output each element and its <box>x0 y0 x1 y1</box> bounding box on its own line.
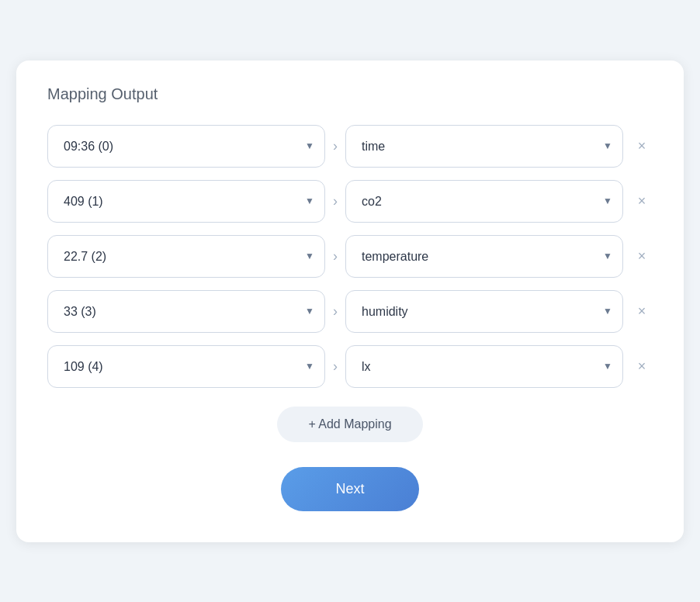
source-select-4[interactable]: 09:36 (0)409 (1)22.7 (2)33 (3)109 (4) <box>47 345 325 388</box>
target-select-wrapper-1: timeco2temperaturehumiditylx▼ <box>345 180 623 223</box>
source-select-wrapper-4: 09:36 (0)409 (1)22.7 (2)33 (3)109 (4)▼ <box>47 345 325 388</box>
arrow-icon: › <box>333 358 338 375</box>
page-title: Mapping Output <box>47 85 653 103</box>
mapping-output-container: Mapping Output 09:36 (0)409 (1)22.7 (2)3… <box>16 61 684 542</box>
source-select-wrapper-1: 09:36 (0)409 (1)22.7 (2)33 (3)109 (4)▼ <box>47 180 325 223</box>
target-select-1[interactable]: timeco2temperaturehumiditylx <box>345 180 623 223</box>
remove-mapping-button-4[interactable]: × <box>631 355 653 378</box>
source-select-wrapper-0: 09:36 (0)409 (1)22.7 (2)33 (3)109 (4)▼ <box>47 125 325 168</box>
arrow-icon: › <box>333 303 338 320</box>
source-select-2[interactable]: 09:36 (0)409 (1)22.7 (2)33 (3)109 (4) <box>47 235 325 278</box>
target-select-wrapper-3: timeco2temperaturehumiditylx▼ <box>345 290 623 333</box>
mapping-row: 09:36 (0)409 (1)22.7 (2)33 (3)109 (4)▼›t… <box>47 125 653 168</box>
add-mapping-button[interactable]: + Add Mapping <box>277 407 422 442</box>
mapping-row: 09:36 (0)409 (1)22.7 (2)33 (3)109 (4)▼›t… <box>47 235 653 278</box>
remove-mapping-button-2[interactable]: × <box>631 245 653 268</box>
target-select-wrapper-4: timeco2temperaturehumiditylx▼ <box>345 345 623 388</box>
source-select-0[interactable]: 09:36 (0)409 (1)22.7 (2)33 (3)109 (4) <box>47 125 325 168</box>
arrow-icon: › <box>333 193 338 209</box>
remove-mapping-button-1[interactable]: × <box>631 190 653 213</box>
source-select-wrapper-2: 09:36 (0)409 (1)22.7 (2)33 (3)109 (4)▼ <box>47 235 325 278</box>
arrow-icon: › <box>333 138 338 154</box>
target-select-0[interactable]: timeco2temperaturehumiditylx <box>345 125 623 168</box>
target-select-wrapper-0: timeco2temperaturehumiditylx▼ <box>345 125 623 168</box>
mappings-list: 09:36 (0)409 (1)22.7 (2)33 (3)109 (4)▼›t… <box>47 125 653 388</box>
remove-mapping-button-0[interactable]: × <box>631 135 653 157</box>
mapping-row: 09:36 (0)409 (1)22.7 (2)33 (3)109 (4)▼›t… <box>47 345 653 388</box>
source-select-1[interactable]: 09:36 (0)409 (1)22.7 (2)33 (3)109 (4) <box>47 180 325 223</box>
mapping-row: 09:36 (0)409 (1)22.7 (2)33 (3)109 (4)▼›t… <box>47 180 653 223</box>
next-button[interactable]: Next <box>281 467 418 511</box>
target-select-4[interactable]: timeco2temperaturehumiditylx <box>345 345 623 388</box>
target-select-3[interactable]: timeco2temperaturehumiditylx <box>345 290 623 333</box>
target-select-2[interactable]: timeco2temperaturehumiditylx <box>345 235 623 278</box>
remove-mapping-button-3[interactable]: × <box>631 300 653 323</box>
mapping-row: 09:36 (0)409 (1)22.7 (2)33 (3)109 (4)▼›t… <box>47 290 653 333</box>
target-select-wrapper-2: timeco2temperaturehumiditylx▼ <box>345 235 623 278</box>
source-select-wrapper-3: 09:36 (0)409 (1)22.7 (2)33 (3)109 (4)▼ <box>47 290 325 333</box>
arrow-icon: › <box>333 248 338 265</box>
source-select-3[interactable]: 09:36 (0)409 (1)22.7 (2)33 (3)109 (4) <box>47 290 325 333</box>
